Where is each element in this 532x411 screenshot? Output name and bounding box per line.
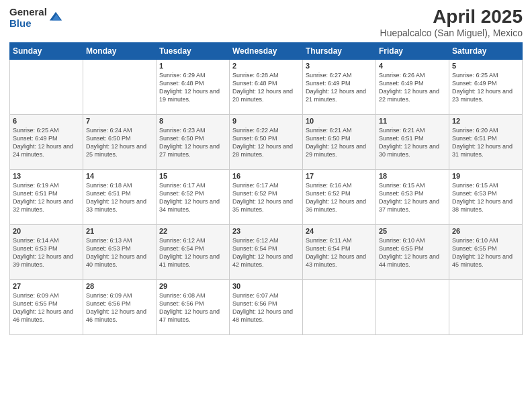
day-number: 6 xyxy=(13,117,80,125)
day-number: 18 xyxy=(379,172,446,180)
day-number: 2 xyxy=(232,62,300,70)
table-row: 4Sunrise: 6:26 AMSunset: 6:49 PMDaylight… xyxy=(376,59,449,114)
table-row: 29Sunrise: 6:08 AMSunset: 6:56 PMDayligh… xyxy=(157,279,230,334)
table-row: 23Sunrise: 6:12 AMSunset: 6:54 PMDayligh… xyxy=(230,224,303,279)
day-number: 3 xyxy=(306,62,373,70)
calendar-week-row: 1Sunrise: 6:29 AMSunset: 6:48 PMDaylight… xyxy=(10,59,523,114)
day-number: 15 xyxy=(159,172,226,180)
col-wednesday: Wednesday xyxy=(230,42,303,59)
logo-icon xyxy=(48,9,63,24)
day-info: Sunrise: 6:25 AMSunset: 6:49 PMDaylight:… xyxy=(452,71,519,104)
table-row: 18Sunrise: 6:15 AMSunset: 6:53 PMDayligh… xyxy=(376,169,449,224)
day-number: 5 xyxy=(452,62,519,70)
day-info: Sunrise: 6:26 AMSunset: 6:49 PMDaylight:… xyxy=(379,71,446,104)
day-info: Sunrise: 6:12 AMSunset: 6:54 PMDaylight:… xyxy=(232,236,300,269)
table-row: 11Sunrise: 6:21 AMSunset: 6:51 PMDayligh… xyxy=(376,114,449,169)
table-row: 30Sunrise: 6:07 AMSunset: 6:56 PMDayligh… xyxy=(230,279,303,334)
day-number: 17 xyxy=(306,172,373,180)
table-row: 13Sunrise: 6:19 AMSunset: 6:51 PMDayligh… xyxy=(10,169,83,224)
header: General Blue April 2025 Huepalcalco (San… xyxy=(9,7,523,38)
table-row: 21Sunrise: 6:13 AMSunset: 6:53 PMDayligh… xyxy=(83,224,157,279)
day-info: Sunrise: 6:18 AMSunset: 6:51 PMDaylight:… xyxy=(86,181,153,214)
day-info: Sunrise: 6:25 AMSunset: 6:49 PMDaylight:… xyxy=(13,126,80,159)
day-info: Sunrise: 6:28 AMSunset: 6:48 PMDaylight:… xyxy=(232,71,300,104)
day-info: Sunrise: 6:24 AMSunset: 6:50 PMDaylight:… xyxy=(86,126,153,159)
day-info: Sunrise: 6:29 AMSunset: 6:48 PMDaylight:… xyxy=(159,71,226,104)
day-info: Sunrise: 6:09 AMSunset: 6:55 PMDaylight:… xyxy=(13,291,80,324)
day-info: Sunrise: 6:09 AMSunset: 6:56 PMDaylight:… xyxy=(86,291,153,324)
table-row: 12Sunrise: 6:20 AMSunset: 6:51 PMDayligh… xyxy=(449,114,523,169)
day-info: Sunrise: 6:17 AMSunset: 6:52 PMDaylight:… xyxy=(232,181,300,214)
calendar-week-row: 13Sunrise: 6:19 AMSunset: 6:51 PMDayligh… xyxy=(10,169,523,224)
table-row: 16Sunrise: 6:17 AMSunset: 6:52 PMDayligh… xyxy=(230,169,303,224)
table-row: 2Sunrise: 6:28 AMSunset: 6:48 PMDaylight… xyxy=(230,59,303,114)
day-number: 22 xyxy=(159,227,226,235)
day-info: Sunrise: 6:19 AMSunset: 6:51 PMDaylight:… xyxy=(13,181,80,214)
day-info: Sunrise: 6:16 AMSunset: 6:52 PMDaylight:… xyxy=(306,181,373,214)
month-title: April 2025 xyxy=(380,7,523,28)
calendar-header-row: Sunday Monday Tuesday Wednesday Thursday… xyxy=(10,42,523,59)
day-number: 13 xyxy=(13,172,80,180)
day-number: 26 xyxy=(452,227,519,235)
table-row: 26Sunrise: 6:10 AMSunset: 6:55 PMDayligh… xyxy=(449,224,523,279)
day-number: 30 xyxy=(232,282,300,290)
col-friday: Friday xyxy=(376,42,449,59)
day-number: 7 xyxy=(86,117,153,125)
day-number: 8 xyxy=(159,117,226,125)
col-thursday: Thursday xyxy=(303,42,376,59)
day-info: Sunrise: 6:15 AMSunset: 6:53 PMDaylight:… xyxy=(379,181,446,214)
day-number: 21 xyxy=(86,227,153,235)
table-row xyxy=(10,59,83,114)
day-info: Sunrise: 6:10 AMSunset: 6:55 PMDaylight:… xyxy=(379,236,446,269)
day-info: Sunrise: 6:13 AMSunset: 6:53 PMDaylight:… xyxy=(86,236,153,269)
logo: General Blue xyxy=(9,7,63,29)
table-row: 8Sunrise: 6:23 AMSunset: 6:50 PMDaylight… xyxy=(157,114,230,169)
table-row xyxy=(83,59,157,114)
title-block: April 2025 Huepalcalco (San Miguel), Mex… xyxy=(380,7,523,38)
table-row: 15Sunrise: 6:17 AMSunset: 6:52 PMDayligh… xyxy=(157,169,230,224)
day-number: 29 xyxy=(159,282,226,290)
table-row: 3Sunrise: 6:27 AMSunset: 6:49 PMDaylight… xyxy=(303,59,376,114)
table-row: 9Sunrise: 6:22 AMSunset: 6:50 PMDaylight… xyxy=(230,114,303,169)
day-number: 24 xyxy=(306,227,373,235)
table-row: 5Sunrise: 6:25 AMSunset: 6:49 PMDaylight… xyxy=(449,59,523,114)
day-info: Sunrise: 6:23 AMSunset: 6:50 PMDaylight:… xyxy=(159,126,226,159)
logo-blue: Blue xyxy=(9,18,47,30)
day-number: 12 xyxy=(452,117,519,125)
day-info: Sunrise: 6:20 AMSunset: 6:51 PMDaylight:… xyxy=(452,126,519,159)
table-row: 22Sunrise: 6:12 AMSunset: 6:54 PMDayligh… xyxy=(157,224,230,279)
table-row: 10Sunrise: 6:21 AMSunset: 6:50 PMDayligh… xyxy=(303,114,376,169)
day-number: 23 xyxy=(232,227,300,235)
table-row: 6Sunrise: 6:25 AMSunset: 6:49 PMDaylight… xyxy=(10,114,83,169)
day-number: 16 xyxy=(232,172,300,180)
day-info: Sunrise: 6:07 AMSunset: 6:56 PMDaylight:… xyxy=(232,291,300,324)
day-number: 14 xyxy=(86,172,153,180)
calendar-week-row: 27Sunrise: 6:09 AMSunset: 6:55 PMDayligh… xyxy=(10,279,523,334)
day-number: 11 xyxy=(379,117,446,125)
logo-text: General Blue xyxy=(9,7,47,29)
calendar-week-row: 6Sunrise: 6:25 AMSunset: 6:49 PMDaylight… xyxy=(10,114,523,169)
logo-general: General xyxy=(9,7,47,18)
day-info: Sunrise: 6:14 AMSunset: 6:53 PMDaylight:… xyxy=(13,236,80,269)
day-number: 20 xyxy=(13,227,80,235)
day-number: 25 xyxy=(379,227,446,235)
day-info: Sunrise: 6:17 AMSunset: 6:52 PMDaylight:… xyxy=(159,181,226,214)
col-tuesday: Tuesday xyxy=(157,42,230,59)
location-title: Huepalcalco (San Miguel), Mexico xyxy=(380,28,523,38)
page: General Blue April 2025 Huepalcalco (San… xyxy=(0,0,532,411)
day-number: 4 xyxy=(379,62,446,70)
day-info: Sunrise: 6:10 AMSunset: 6:55 PMDaylight:… xyxy=(452,236,519,269)
day-number: 9 xyxy=(232,117,300,125)
table-row: 24Sunrise: 6:11 AMSunset: 6:54 PMDayligh… xyxy=(303,224,376,279)
table-row: 25Sunrise: 6:10 AMSunset: 6:55 PMDayligh… xyxy=(376,224,449,279)
day-info: Sunrise: 6:27 AMSunset: 6:49 PMDaylight:… xyxy=(306,71,373,104)
col-saturday: Saturday xyxy=(449,42,523,59)
day-number: 27 xyxy=(13,282,80,290)
col-monday: Monday xyxy=(83,42,157,59)
table-row: 20Sunrise: 6:14 AMSunset: 6:53 PMDayligh… xyxy=(10,224,83,279)
table-row: 17Sunrise: 6:16 AMSunset: 6:52 PMDayligh… xyxy=(303,169,376,224)
day-info: Sunrise: 6:22 AMSunset: 6:50 PMDaylight:… xyxy=(232,126,300,159)
table-row xyxy=(376,279,449,334)
calendar-week-row: 20Sunrise: 6:14 AMSunset: 6:53 PMDayligh… xyxy=(10,224,523,279)
day-info: Sunrise: 6:12 AMSunset: 6:54 PMDaylight:… xyxy=(159,236,226,269)
